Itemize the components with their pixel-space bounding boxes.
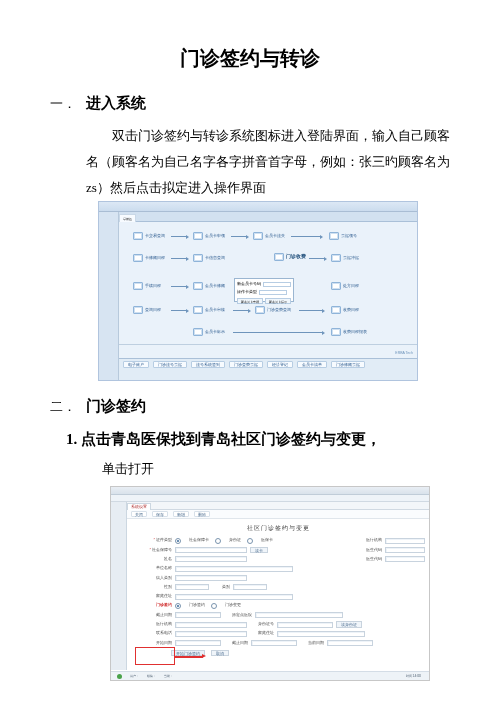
fbtn-econ-reg[interactable]: 经济登记 (267, 361, 293, 368)
node-card-apply[interactable]: 会员卡申领 (193, 232, 225, 240)
document-icon (133, 232, 143, 240)
inp-doccode2[interactable] (385, 556, 425, 562)
inp-sex[interactable] (175, 584, 209, 590)
btn-readid[interactable]: 读身份证 (336, 621, 362, 628)
arrow-icon (233, 310, 249, 311)
s1-left-panel (99, 212, 119, 380)
inp-curr[interactable] (327, 640, 373, 646)
node-card-query[interactable]: 卡交易查询 (133, 232, 165, 240)
inp-orig[interactable] (255, 612, 343, 618)
arrow-icon (291, 236, 321, 237)
inp-phone[interactable] (175, 631, 247, 637)
lab-start: 开始日期 (131, 640, 175, 647)
fbtn-fee-ticket[interactable]: 门诊查费票据 (229, 361, 263, 368)
radio-sscard-label: 社会保障卡 (189, 537, 209, 544)
node-card-audit[interactable]: 会员卡审核 (193, 306, 225, 314)
node-card-loss[interactable]: 会员卡挂失 (253, 232, 285, 240)
money-icon (274, 253, 284, 261)
node-ticket-flush[interactable]: 票据冲据 (331, 254, 359, 262)
lab-idtype: *证件类型 (131, 537, 175, 544)
inp-ssno[interactable] (175, 547, 247, 553)
node-proc-log[interactable]: 手续日程 (133, 282, 161, 290)
inp-inst[interactable] (175, 622, 247, 628)
s2-statusbar: 用户： 模块： 当前： 时间 14:00 (111, 671, 429, 680)
inp-unit[interactable] (175, 566, 293, 572)
node-ticket-get[interactable]: 票据领号 (329, 232, 357, 240)
section-1-title: 进入系统 (86, 90, 146, 117)
radio-sign[interactable] (175, 603, 181, 609)
node-card-info[interactable]: 卡信息查询 (193, 254, 225, 262)
fbtn-limit-ticket[interactable]: 门诊修额票据 (331, 361, 365, 368)
inp-category[interactable] (233, 584, 267, 590)
section-2-heading: 二． 门诊签约 (50, 393, 450, 420)
printer-icon (329, 232, 339, 240)
btn-readcard[interactable]: 读卡 (250, 547, 268, 554)
lab-inst: 医疗机构 (131, 621, 175, 628)
inp-addr[interactable] (175, 594, 293, 600)
inp-start[interactable] (175, 640, 221, 646)
popup-btn-mark[interactable]: 新会员卡标示 (265, 298, 291, 304)
fbtn-checkin[interactable]: 挂号系统签到 (191, 361, 225, 368)
s2-titlebar (111, 487, 429, 495)
arrow-icon (171, 310, 187, 311)
document-icon (133, 306, 143, 314)
inp-ptype[interactable] (175, 575, 247, 581)
inp-doccode[interactable] (385, 547, 425, 553)
popup-input-cardno[interactable] (263, 282, 291, 287)
node-fee-report[interactable]: 收费日程报表 (331, 328, 367, 336)
inp-exp2[interactable] (251, 640, 297, 646)
s1-titlebar (99, 202, 417, 212)
document-icon (193, 282, 203, 290)
s1-workflow-canvas: 卡交易查询 会员卡申领 会员卡挂失 票据领号 卡修额日程 卡信息查询 门诊收费 … (119, 222, 417, 358)
node-fee-query[interactable]: 门诊查费查询 (255, 306, 291, 314)
popup-label-cardtype: 操作卡类型 (237, 289, 257, 295)
fbtn-eaccount[interactable]: 电子账户 (123, 361, 149, 368)
node-card-limit-log[interactable]: 卡修额日程 (133, 254, 165, 262)
radio-medcard[interactable] (247, 538, 253, 544)
btn-start-sign[interactable]: 开始门诊签约 (171, 650, 205, 657)
s1-tab-nav[interactable]: 导航区 (119, 214, 136, 222)
annotation-red-arrow (175, 656, 203, 658)
node-rx-log[interactable]: 处方日程 (331, 282, 359, 290)
popup-input-cardtype[interactable] (259, 290, 287, 295)
node-fee-log[interactable]: 收费日程 (331, 306, 359, 314)
document-icon (193, 232, 203, 240)
node-card-limit[interactable]: 会员卡修额 (193, 282, 225, 290)
radio-medcard-label: 医保卡 (261, 537, 273, 544)
fbtn-reg-ticket[interactable]: 门诊挂号票据 (153, 361, 187, 368)
lab-doccode: 医生代码 (355, 547, 385, 554)
section-2-number: 二． (50, 395, 86, 418)
document-icon (193, 306, 203, 314)
fbtn-card-list[interactable]: 会员卡清单 (297, 361, 327, 368)
annotation-red-box (135, 647, 175, 665)
s2-left-panel (111, 502, 127, 670)
radio-sscard[interactable] (175, 538, 181, 544)
inp-idno[interactable] (277, 622, 333, 628)
radio-change-label: 门诊变更 (225, 602, 241, 609)
status-user: 用户： (130, 673, 139, 679)
toolbar-close[interactable]: 关闭 (131, 511, 147, 517)
toolbar-save[interactable]: 保存 (152, 511, 168, 517)
s1-footer-toolbar: 电子账户 门诊挂号票据 挂号系统签到 门诊查费票据 经济登记 会员卡清单 门诊修… (119, 358, 417, 380)
s2-tab-settings[interactable]: 系统设置 (127, 503, 151, 510)
node-card-mark[interactable]: 会员卡标示 (193, 328, 225, 336)
inp-name[interactable] (175, 556, 247, 562)
radio-idcard[interactable] (215, 538, 221, 544)
radio-change[interactable] (211, 603, 217, 609)
lab-curr: 当前日期 (297, 640, 327, 647)
s2-menubar (111, 495, 429, 502)
section-2-item-1: 1. 点击青岛医保找到青岛社区门诊签约与变更， (66, 426, 450, 453)
popup-btn-apply[interactable]: 新会员卡申领 (237, 298, 263, 304)
btn-cancel[interactable]: 取消 (211, 650, 229, 657)
screenshot-2: 系统设置 关闭 保存 新增 删除 社区门诊签约与变更 *证件类型 社会保障卡 身… (110, 486, 450, 681)
inp-instcode[interactable] (385, 538, 425, 544)
toolbar-delete[interactable]: 删除 (194, 511, 210, 517)
lab-doccode2: 医生代码 (355, 556, 385, 563)
inp-addr2[interactable] (277, 631, 365, 637)
toolbar-new[interactable]: 新增 (173, 511, 189, 517)
node-query-log[interactable]: 查询日程 (133, 306, 161, 314)
node-outpatient-fee[interactable]: 门诊收费 (274, 252, 306, 261)
inp-exp[interactable] (175, 612, 221, 618)
arrow-icon (299, 310, 323, 311)
section-1-number: 一． (50, 92, 86, 115)
